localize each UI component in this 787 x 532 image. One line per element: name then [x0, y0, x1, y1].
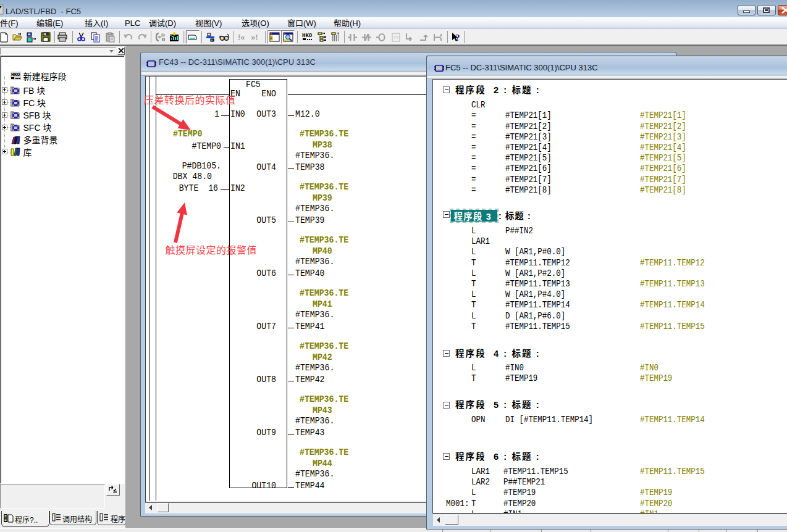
svg-text:!«: !« — [238, 33, 245, 42]
svg-text:?: ? — [455, 33, 460, 43]
svg-text:??: ?? — [393, 35, 398, 40]
svg-text:HKO: HKO — [302, 33, 313, 39]
svg-text:HKO: HKO — [11, 72, 20, 77]
svg-text:»!: »! — [251, 33, 258, 42]
